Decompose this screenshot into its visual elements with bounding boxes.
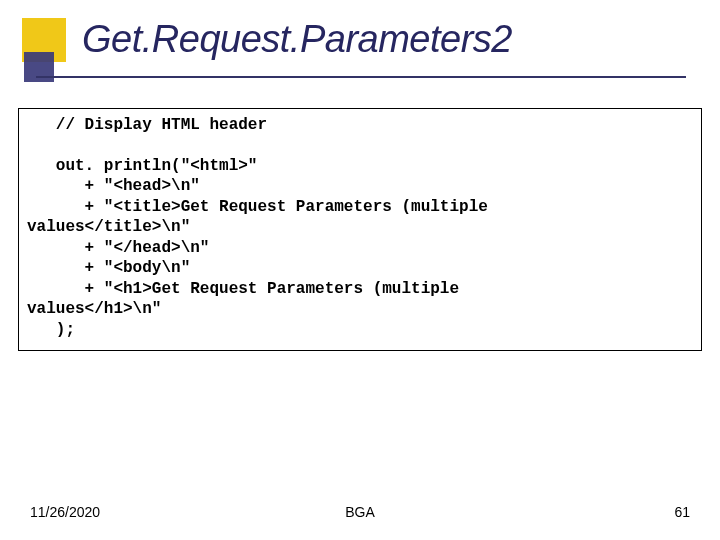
slide: Get.Request.Parameters2 // Display HTML … <box>0 0 720 540</box>
slide-title: Get.Request.Parameters2 <box>82 18 512 61</box>
footer-center: BGA <box>0 504 720 520</box>
title-underline <box>36 76 686 78</box>
footer-page: 61 <box>674 504 690 520</box>
code-text: // Display HTML header out. println("<ht… <box>27 115 693 340</box>
code-box: // Display HTML header out. println("<ht… <box>18 108 702 351</box>
